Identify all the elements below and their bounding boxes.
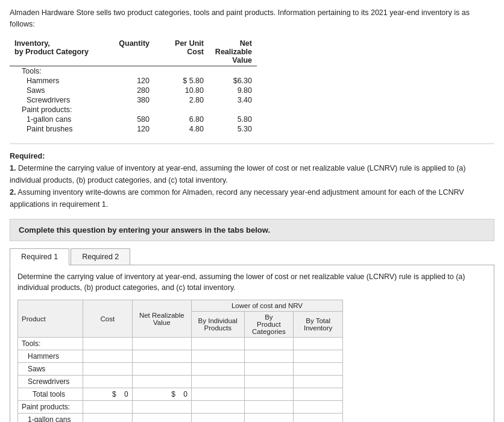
table-row: Saws (18, 363, 343, 376)
row-screwdrivers-nrv: 3.40 (209, 95, 257, 105)
row-saws-name: Saws (10, 86, 106, 95)
col-header-cost: Per UnitCost (154, 39, 209, 66)
gallon-ind-input[interactable] (200, 415, 236, 422)
row-screwdrivers-qty: 380 (106, 95, 154, 105)
gallon-cat-input[interactable] (251, 415, 287, 422)
screwdrivers-tot-input[interactable] (300, 377, 336, 386)
col-header-inventory: Inventory,by Product Category (10, 39, 106, 66)
req-text-2: Assuming inventory write-downs are commo… (10, 188, 464, 209)
th-by-category: ByProductCategories (244, 312, 294, 338)
hammers-nrv-input[interactable] (143, 352, 180, 361)
tab-required1[interactable]: Required 1 (10, 248, 69, 265)
saws-ind-input[interactable] (200, 365, 236, 373)
th-cost: Cost (83, 300, 132, 338)
tab-content: Determine the carrying value of inventor… (10, 265, 494, 423)
saws-tot-input[interactable] (300, 365, 336, 373)
saws-cat-input[interactable] (251, 365, 287, 373)
table-row: Screwdrivers (18, 376, 343, 388)
col-header-quantity: Quantity (106, 39, 154, 66)
row-screwdrivers-cost: 2.80 (154, 95, 209, 105)
screwdrivers-nrv-input[interactable] (143, 377, 180, 386)
hammers-cat-input[interactable] (251, 352, 287, 361)
row-saws-nrv: 9.80 (209, 86, 257, 95)
row-gallon-nrv: 5.80 (209, 115, 257, 124)
gallon-nrv-input[interactable] (143, 415, 180, 422)
complete-box: Complete this question by entering your … (10, 219, 494, 241)
total-tools-ind-input[interactable] (200, 390, 236, 398)
row-saws-cost: 10.80 (154, 86, 209, 95)
screwdrivers-ind-input[interactable] (200, 377, 236, 386)
tab-required2[interactable]: Required 2 (71, 248, 130, 265)
lcnrv-table: Product Cost Net RealizableValue Lower o… (17, 300, 343, 422)
saws-nrv-input[interactable] (143, 365, 180, 373)
section-paint-label: Paint products: (18, 401, 83, 414)
col-header-nrv: NetRealizableValue (209, 39, 257, 66)
hammers-cost-input[interactable] (89, 352, 125, 361)
row-hammers-nrv: $6.30 (209, 76, 257, 86)
gallon-cost-input[interactable] (89, 415, 125, 422)
row-hammers-qty: 120 (106, 76, 154, 86)
row-hammers-cost: $ 5.80 (154, 76, 209, 86)
table-row: 1-gallon cans (18, 414, 343, 423)
row-gallon-cost: 6.80 (154, 115, 209, 124)
th-by-individual: By IndividualProducts (191, 312, 244, 338)
row-gallon: 1-gallon cans (18, 414, 83, 423)
section-paint: Paint products: (10, 105, 106, 115)
th-nrv: Net RealizableValue (132, 300, 191, 338)
table-row: Hammers (18, 350, 343, 363)
hammers-tot-input[interactable] (300, 352, 336, 361)
th-product: Product (18, 300, 83, 338)
total-tools-cat-input[interactable] (251, 390, 287, 398)
section-tools: Tools: (10, 66, 106, 76)
row-hammers: Hammers (18, 350, 83, 363)
complete-box-text: Complete this question by entering your … (19, 225, 270, 235)
th-by-total: By TotalInventory (294, 312, 343, 338)
row-gallon-name: 1-gallon cans (10, 115, 106, 124)
saws-cost-input[interactable] (89, 365, 125, 373)
row-screwdrivers: Screwdrivers (18, 376, 83, 388)
total-tools-label: Total tools (18, 388, 83, 401)
screwdrivers-cat-input[interactable] (251, 377, 287, 386)
req-number-1: 1. (10, 164, 16, 172)
th-lower-header: Lower of cost and NRV (191, 300, 342, 312)
row-brushes-qty: 120 (106, 124, 154, 134)
required-section: Required: 1. Determine the carrying valu… (10, 150, 494, 210)
row-screwdrivers-name: Screwdrivers (10, 95, 106, 105)
screwdrivers-cost-input[interactable] (89, 377, 125, 386)
section-tools-label: Tools: (18, 338, 83, 350)
required-title: Required: (10, 152, 45, 160)
intro-text: Almaden Hardware Store sells two product… (10, 7, 494, 30)
total-tools-tot-input[interactable] (300, 390, 336, 398)
req-text-1: Determine the carrying value of inventor… (10, 164, 465, 184)
gallon-tot-input[interactable] (300, 415, 336, 422)
inventory-table: Inventory,by Product Category Quantity P… (10, 39, 257, 134)
row-gallon-qty: 580 (106, 115, 154, 124)
row-hammers-name: Hammers (10, 76, 106, 86)
row-saws-qty: 280 (106, 86, 154, 95)
req-number-2: 2. (10, 188, 16, 197)
tabs-row: Required 1 Required 2 (10, 248, 494, 265)
row-brushes-nrv: 5.30 (209, 124, 257, 134)
row-saws: Saws (18, 363, 83, 376)
row-brushes-cost: 4.80 (154, 124, 209, 134)
total-tools-row: Total tools $ 0 $ 0 (18, 388, 343, 401)
row-brushes-name: Paint brushes (10, 124, 106, 134)
tab-description: Determine the carrying value of inventor… (17, 271, 487, 294)
hammers-ind-input[interactable] (200, 352, 236, 361)
